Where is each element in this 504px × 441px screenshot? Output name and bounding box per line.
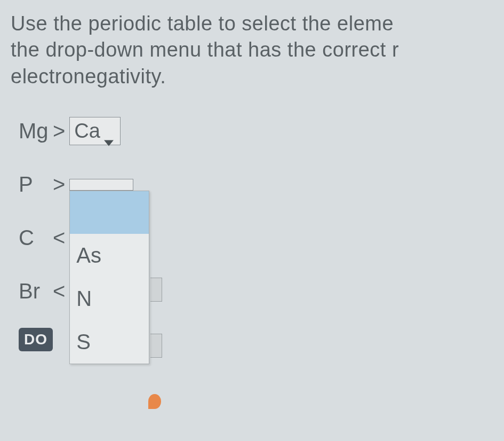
dropdown-c-handle[interactable] <box>150 278 162 302</box>
dropdown-option-as[interactable]: As <box>70 234 149 277</box>
element-label-c: C <box>19 226 51 250</box>
dropdown-p-list: As N S <box>69 191 149 364</box>
element-label-p: P <box>19 172 51 196</box>
element-label-br: Br <box>19 279 51 303</box>
dropdown-p[interactable] <box>69 179 133 191</box>
instruction-line-1: Use the periodic table to select the ele… <box>11 12 394 35</box>
dropdown-br-handle[interactable] <box>150 334 162 358</box>
dropdown-p-wrapper: As N S <box>69 179 133 191</box>
row-p: P > As N S <box>19 170 504 199</box>
chevron-down-icon <box>117 182 126 188</box>
dropdown-mg-value: Ca <box>74 120 101 143</box>
instruction-text: Use the periodic table to select the ele… <box>11 11 504 90</box>
operator-mg: > <box>53 119 65 143</box>
question-rows: Mg > Ca P > As N S C <box>11 116 504 354</box>
dropdown-option-s[interactable]: S <box>70 320 149 364</box>
operator-br: < <box>53 279 65 303</box>
dropdown-option-blank[interactable] <box>70 191 149 234</box>
chevron-down-icon <box>104 128 114 135</box>
operator-p: > <box>53 172 65 196</box>
orange-indicator-icon <box>148 394 161 409</box>
operator-c: < <box>53 226 65 250</box>
dropdown-mg[interactable]: Ca <box>69 117 121 145</box>
instruction-line-2: the drop-down menu that has the correct … <box>11 38 399 61</box>
do-badge: DO <box>19 328 53 351</box>
row-mg: Mg > Ca <box>19 116 504 146</box>
element-label-mg: Mg <box>19 119 51 143</box>
dropdown-option-n[interactable]: N <box>70 277 149 320</box>
instruction-line-3: electronegativity. <box>11 65 166 88</box>
